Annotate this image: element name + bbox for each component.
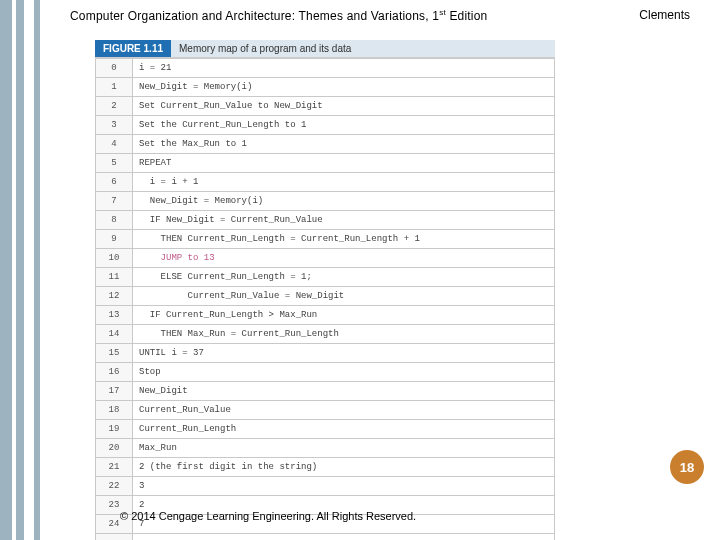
content-cell: Stop: [133, 363, 555, 382]
title-post: Edition: [446, 9, 488, 23]
slide: Computer Organization and Architecture: …: [0, 0, 720, 540]
address-cell: 1: [96, 78, 133, 97]
content-cell: JUMP to 13: [133, 249, 555, 268]
address-cell: 12: [96, 287, 133, 306]
table-row: ……: [96, 534, 555, 541]
table-row: 8 IF New_Digit = Current_Run_Value: [96, 211, 555, 230]
content-cell: Set the Max_Run to 1: [133, 135, 555, 154]
address-cell: 19: [96, 420, 133, 439]
address-cell: 21: [96, 458, 133, 477]
title-sup: st: [439, 8, 446, 17]
address-cell: 13: [96, 306, 133, 325]
table-row: 0i = 21: [96, 59, 555, 78]
table-row: 14 THEN Max_Run = Current_Run_Length: [96, 325, 555, 344]
table-row: 15UNTIL i = 37: [96, 344, 555, 363]
figure-title: Memory map of a program and its data: [171, 40, 555, 57]
content-cell: IF New_Digit = Current_Run_Value: [133, 211, 555, 230]
table-row: 19Current_Run_Length: [96, 420, 555, 439]
table-row: 223: [96, 477, 555, 496]
content-cell: Set the Current_Run_Length to 1: [133, 116, 555, 135]
content-cell: Current_Run_Value = New_Digit: [133, 287, 555, 306]
address-cell: 7: [96, 192, 133, 211]
memory-map-table: 0i = 211New_Digit = Memory(i)2Set Curren…: [95, 58, 555, 540]
book-title: Computer Organization and Architecture: …: [70, 8, 487, 23]
table-row: 16Stop: [96, 363, 555, 382]
table-row: 13 IF Current_Run_Length > Max_Run: [96, 306, 555, 325]
content-cell: Current_Run_Value: [133, 401, 555, 420]
address-cell: 15: [96, 344, 133, 363]
copyright-text: © 2014 Cengage Learning Engineering. All…: [120, 510, 416, 522]
content-cell: THEN Current_Run_Length = Current_Run_Le…: [133, 230, 555, 249]
table-row: 2Set Current_Run_Value to New_Digit: [96, 97, 555, 116]
address-cell: 16: [96, 363, 133, 382]
table-row: 18Current_Run_Value: [96, 401, 555, 420]
address-cell: 0: [96, 59, 133, 78]
content-cell: New_Digit: [133, 382, 555, 401]
content-cell: Set Current_Run_Value to New_Digit: [133, 97, 555, 116]
content-cell: …: [133, 534, 555, 541]
content-cell: REPEAT: [133, 154, 555, 173]
table-row: 7 New_Digit = Memory(i): [96, 192, 555, 211]
address-cell: 5: [96, 154, 133, 173]
page-number-badge: 18: [670, 450, 704, 484]
address-cell: 14: [96, 325, 133, 344]
table-row: 17New_Digit: [96, 382, 555, 401]
table-row: 5REPEAT: [96, 154, 555, 173]
content-cell: UNTIL i = 37: [133, 344, 555, 363]
content-cell: IF Current_Run_Length > Max_Run: [133, 306, 555, 325]
content-cell: Current_Run_Length: [133, 420, 555, 439]
author-name: Clements: [639, 8, 690, 23]
figure-caption-bar: FIGURE 1.11 Memory map of a program and …: [95, 40, 555, 58]
table-row: 1New_Digit = Memory(i): [96, 78, 555, 97]
address-cell: 17: [96, 382, 133, 401]
table-row: 12 Current_Run_Value = New_Digit: [96, 287, 555, 306]
table-row: 10 JUMP to 13: [96, 249, 555, 268]
address-cell: 11: [96, 268, 133, 287]
address-cell: 4: [96, 135, 133, 154]
content-cell: Max_Run: [133, 439, 555, 458]
address-cell: …: [96, 534, 133, 541]
table-row: 6 i = i + 1: [96, 173, 555, 192]
table-row: 11 ELSE Current_Run_Length = 1;: [96, 268, 555, 287]
content-cell: New_Digit = Memory(i): [133, 192, 555, 211]
content-cell: 2 (the first digit in the string): [133, 458, 555, 477]
address-cell: 8: [96, 211, 133, 230]
content-cell: New_Digit = Memory(i): [133, 78, 555, 97]
table-row: 9 THEN Current_Run_Length = Current_Run_…: [96, 230, 555, 249]
content-cell: 3: [133, 477, 555, 496]
figure-label: FIGURE 1.11: [95, 40, 171, 57]
address-cell: 10: [96, 249, 133, 268]
address-cell: 22: [96, 477, 133, 496]
decorative-bars: [0, 0, 40, 540]
table-row: 212 (the first digit in the string): [96, 458, 555, 477]
address-cell: 3: [96, 116, 133, 135]
table-row: 20Max_Run: [96, 439, 555, 458]
figure-container: FIGURE 1.11 Memory map of a program and …: [95, 40, 555, 540]
content-cell: i = i + 1: [133, 173, 555, 192]
content-cell: THEN Max_Run = Current_Run_Length: [133, 325, 555, 344]
address-cell: 2: [96, 97, 133, 116]
address-cell: 9: [96, 230, 133, 249]
address-cell: 6: [96, 173, 133, 192]
slide-header: Computer Organization and Architecture: …: [70, 8, 690, 23]
table-row: 3Set the Current_Run_Length to 1: [96, 116, 555, 135]
title-pre: Computer Organization and Architecture: …: [70, 9, 439, 23]
content-cell: ELSE Current_Run_Length = 1;: [133, 268, 555, 287]
table-row: 4Set the Max_Run to 1: [96, 135, 555, 154]
address-cell: 18: [96, 401, 133, 420]
address-cell: 20: [96, 439, 133, 458]
content-cell: i = 21: [133, 59, 555, 78]
